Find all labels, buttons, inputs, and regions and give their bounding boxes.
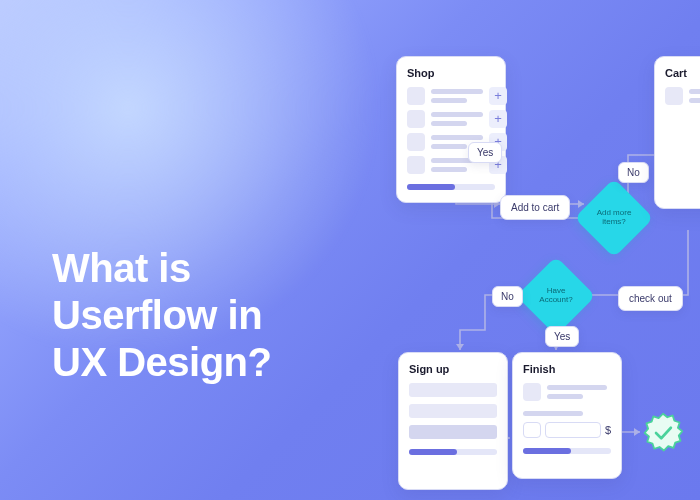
currency-symbol: $ xyxy=(605,424,611,436)
svg-marker-6 xyxy=(456,344,464,350)
price-field: $ xyxy=(523,422,611,438)
add-item-button[interactable]: + xyxy=(489,110,507,128)
form-field[interactable] xyxy=(409,425,497,439)
flow-diagram: Shop + + + + Yes Add to cart Add more it… xyxy=(0,0,700,500)
success-seal-icon xyxy=(642,412,684,454)
list-item xyxy=(523,383,611,401)
action-add-to-cart[interactable]: Add to cart xyxy=(500,195,570,220)
card-shop: Shop + + + + xyxy=(396,56,506,203)
item-thumb xyxy=(407,133,425,151)
item-thumb xyxy=(665,87,683,105)
card-signup-title: Sign up xyxy=(409,363,497,375)
qty-box[interactable] xyxy=(523,422,541,438)
item-thumb xyxy=(523,383,541,401)
form-field[interactable] xyxy=(409,383,497,397)
item-thumb xyxy=(407,156,425,174)
decision-have-account-label: Have Account? xyxy=(528,268,584,324)
branch-yes-upper: Yes xyxy=(468,142,502,163)
progress-bar xyxy=(409,449,497,455)
list-item: + xyxy=(407,110,495,128)
card-cart-title: Cart xyxy=(665,67,700,79)
card-finish-title: Finish xyxy=(523,363,611,375)
list-item: + xyxy=(407,87,495,105)
card-shop-title: Shop xyxy=(407,67,495,79)
list-item xyxy=(665,87,700,105)
action-check-out[interactable]: check out xyxy=(618,286,683,311)
card-finish: Finish $ xyxy=(512,352,622,479)
add-item-button[interactable]: + xyxy=(489,87,507,105)
svg-marker-8 xyxy=(634,428,640,436)
progress-bar xyxy=(407,184,495,190)
decision-add-more-label: Add more items? xyxy=(586,190,642,246)
branch-yes-lower: Yes xyxy=(545,326,579,347)
form-field[interactable] xyxy=(409,404,497,418)
card-cart: Cart xyxy=(654,56,700,209)
branch-no-upper: No xyxy=(618,162,649,183)
progress-bar xyxy=(523,448,611,454)
decision-add-more: Add more items? xyxy=(574,178,653,257)
card-signup: Sign up xyxy=(398,352,508,490)
svg-marker-1 xyxy=(578,200,584,208)
price-box[interactable] xyxy=(545,422,601,438)
item-thumb xyxy=(407,87,425,105)
item-thumb xyxy=(407,110,425,128)
decision-have-account: Have Account? xyxy=(516,256,595,335)
branch-no-lower: No xyxy=(492,286,523,307)
